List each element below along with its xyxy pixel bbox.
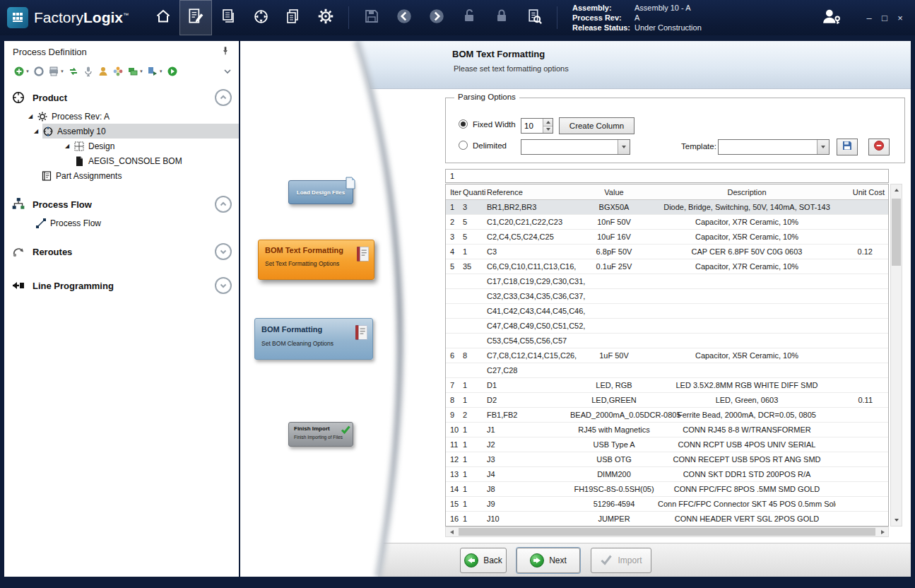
expander-icon[interactable]: ◢	[28, 113, 37, 119]
settings-button[interactable]	[309, 0, 342, 35]
tree-item-assembly[interactable]: ◢ Assembly 10	[4, 124, 239, 139]
table-row[interactable]: 101J1RJ45 with MagneticsCONN RJ45 8-8 W/…	[446, 423, 888, 437]
section-process-flow[interactable]: Process Flow	[4, 193, 239, 216]
delimited-radio[interactable]	[459, 141, 468, 150]
column-header[interactable]: Item	[446, 188, 461, 196]
step-finish-import[interactable]: Finish Import Finish Importing of Files	[288, 422, 353, 447]
table-row[interactable]: C27,C28	[446, 363, 888, 378]
expander-icon[interactable]: ◢	[65, 143, 73, 149]
audit-button[interactable]	[518, 0, 550, 35]
tree-item-design[interactable]: ◢ Design	[4, 139, 239, 153]
add-icon[interactable]	[13, 66, 25, 77]
folders-icon[interactable]	[127, 66, 138, 77]
table-row[interactable]: 121J3USB OTGCONN RECEPT USB 5POS RT ANG …	[446, 452, 888, 467]
stepper-up-icon[interactable]	[543, 119, 553, 126]
create-column-button[interactable]: Create Column	[559, 117, 634, 134]
dropdown-arrow-icon[interactable]: ▼	[25, 69, 30, 74]
dropdown-arrow-icon[interactable]	[618, 140, 630, 154]
tree-item-process-flow[interactable]: Process Flow	[4, 216, 239, 230]
scrollbar-thumb[interactable]	[459, 528, 875, 536]
back-button[interactable]: Back	[460, 548, 507, 573]
next-button[interactable]: Next	[516, 548, 580, 573]
table-row[interactable]: C32,C33,C34,C35,C36,C37,	[446, 289, 888, 304]
scroll-down-icon[interactable]	[891, 514, 902, 526]
expand-down-icon[interactable]	[215, 277, 232, 294]
home-button[interactable]	[147, 0, 179, 35]
dropdown-arrow-icon[interactable]: ▼	[60, 69, 64, 74]
scroll-up-icon[interactable]	[891, 184, 902, 196]
dropdown-arrow-icon[interactable]: ▼	[139, 69, 143, 74]
microphone-icon[interactable]	[83, 66, 94, 77]
column-header[interactable]: Reference	[485, 188, 570, 196]
collapse-icon[interactable]	[222, 66, 233, 77]
collapse-up-icon[interactable]	[215, 89, 232, 106]
import-button[interactable]: Import	[591, 548, 651, 573]
pin-icon[interactable]	[220, 46, 230, 58]
table-row[interactable]: 71D1LED, RGBLED 3.5X2.8MM RGB WHITE DIFF…	[446, 378, 888, 393]
lock-button[interactable]	[485, 0, 518, 35]
table-row[interactable]: 111J2USB Type ACONN RCPT USB 4POS UNIV S…	[446, 437, 888, 452]
delimiter-combobox[interactable]	[521, 139, 630, 155]
table-row[interactable]: 41C36.8pF 50VCAP CER 6.8PF 50V C0G 06030…	[446, 245, 888, 259]
tree-item-part-assignments[interactable]: Part Assignments	[4, 168, 239, 183]
fixed-width-stepper[interactable]	[521, 118, 553, 134]
table-row[interactable]: 35C2,C4,C5,C24,C2510uF 16VCapacitor, X5R…	[446, 230, 888, 245]
stepper-down-icon[interactable]	[543, 126, 553, 134]
table-row[interactable]: 25C1,C20,C21,C22,C2310nF 50VCapacitor, X…	[446, 215, 888, 230]
sync-icon[interactable]	[68, 66, 79, 77]
minimize-button[interactable]: –	[861, 13, 877, 23]
table-row[interactable]: 81D2LED,GREENLED, Green, 06030.11	[446, 393, 888, 408]
table-row[interactable]: 13BR1,BR2,BR3BGX50ADiode, Bridge, Switch…	[446, 200, 888, 215]
table-row[interactable]: 151J951296-4594Conn FFC/FPC Connector SK…	[446, 497, 888, 512]
save-template-button[interactable]	[837, 139, 858, 155]
print-icon[interactable]	[48, 66, 59, 77]
table-row[interactable]: 68C7,C8,C12,C14,C15,C26,1uF 50VCapacitor…	[446, 348, 888, 363]
export-icon[interactable]	[147, 66, 158, 77]
materials-button[interactable]	[212, 0, 244, 35]
tree-item-bom-file[interactable]: AEGIS_CONSOLE BOM	[4, 153, 239, 168]
user-account-button[interactable]	[819, 7, 843, 28]
section-reroutes[interactable]: Reroutes	[4, 240, 239, 263]
flower-icon[interactable]	[112, 66, 124, 77]
scroll-right-icon[interactable]	[877, 527, 888, 536]
section-product[interactable]: Product	[4, 86, 239, 109]
save-button[interactable]	[355, 0, 388, 35]
horizontal-scrollbar[interactable]	[445, 527, 889, 537]
table-row[interactable]: 141J8FH19SC-8S-0.5SH(05)CONN FPC/FFC 8PO…	[446, 482, 888, 497]
table-row[interactable]: 131J4DIMM200CONN SKT DDR1 STD 200POS R/A	[446, 467, 888, 482]
table-row[interactable]: C17,C18,C19,C29,C30,C31,	[446, 274, 888, 289]
navigation-button[interactable]	[244, 0, 277, 35]
table-row[interactable]: 535C6,C9,C10,C11,C13,C16,0.1uF 25VCapaci…	[446, 259, 888, 274]
fixed-width-input[interactable]	[521, 119, 543, 133]
person-icon[interactable]	[98, 66, 109, 77]
back-nav-button[interactable]	[388, 0, 420, 35]
scrollbar-thumb[interactable]	[892, 199, 901, 266]
column-header[interactable]: Unit Cost	[836, 188, 888, 196]
vertical-scrollbar[interactable]	[890, 184, 902, 527]
column-header[interactable]: Description	[658, 188, 836, 196]
expand-down-icon[interactable]	[215, 243, 232, 260]
raw-line-preview[interactable]: 1	[445, 169, 889, 183]
step-load-design-files[interactable]: Load Design Files	[288, 180, 353, 204]
go-icon[interactable]	[167, 66, 178, 77]
template-combobox[interactable]	[718, 139, 830, 155]
process-definition-button[interactable]	[179, 0, 212, 35]
step-bom-formatting[interactable]: BOM Formatting Set BOM Cleaning Options	[254, 318, 373, 360]
maximize-button[interactable]: □	[877, 13, 892, 23]
forward-nav-button[interactable]	[420, 0, 453, 35]
documents-button[interactable]	[277, 0, 309, 35]
selected-tree-item[interactable]: Assembly 10	[42, 124, 239, 139]
dropdown-arrow-icon[interactable]	[817, 140, 829, 154]
table-row[interactable]: C47,C48,C49,C50,C51,C52,	[446, 319, 888, 334]
table-row[interactable]: 161J10JUMPERCONN HEADER VERT SGL 2POS GO…	[446, 512, 888, 527]
fixed-width-radio[interactable]	[459, 119, 468, 129]
scroll-left-icon[interactable]	[446, 527, 457, 536]
collapse-up-icon[interactable]	[215, 196, 232, 213]
close-button[interactable]: ×	[892, 13, 908, 23]
table-row[interactable]: C41,C42,C43,C44,C45,C46,	[446, 304, 888, 319]
expander-icon[interactable]: ◢	[34, 128, 42, 134]
dropdown-arrow-icon[interactable]: ▼	[159, 69, 163, 74]
link-icon[interactable]	[33, 66, 45, 77]
column-header[interactable]: Value	[570, 188, 658, 196]
unlock-button[interactable]	[453, 0, 485, 35]
